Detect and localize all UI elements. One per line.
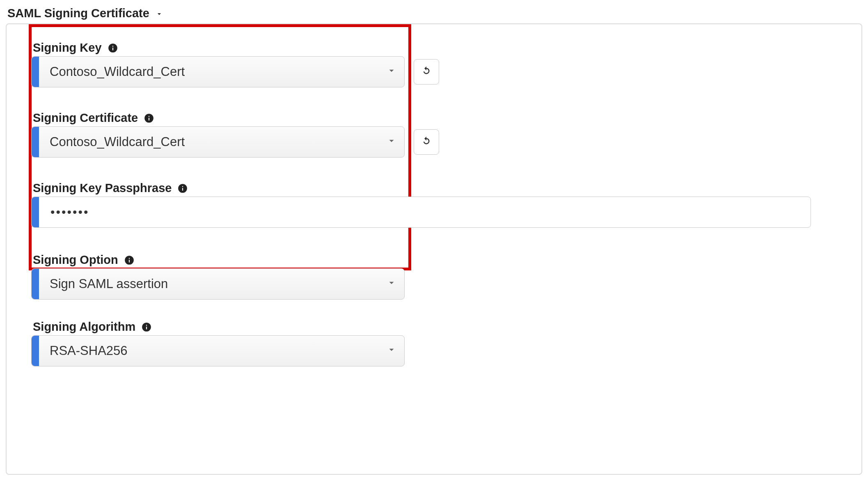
info-icon[interactable] (108, 43, 118, 53)
chevron-down-icon (386, 343, 397, 358)
chevron-down-icon (386, 64, 397, 79)
signing-key-value: Contoso_Wildcard_Cert (50, 64, 381, 79)
signing-certificate-select[interactable]: Contoso_Wildcard_Cert (31, 126, 405, 158)
refresh-icon (420, 65, 433, 79)
signing-certificate-refresh-button[interactable] (414, 129, 439, 155)
signing-key-label: Signing Key (33, 41, 102, 55)
signing-algorithm-select[interactable]: RSA-SHA256 (31, 335, 405, 366)
signing-certificate-label-row: Signing Certificate (33, 111, 837, 125)
signing-certificate-value: Contoso_Wildcard_Cert (50, 135, 381, 149)
signing-algorithm-label-row: Signing Algorithm (33, 320, 837, 334)
signing-key-passphrase-field (31, 197, 811, 228)
signing-key-passphrase-label: Signing Key Passphrase (33, 181, 172, 195)
required-indicator (32, 57, 39, 87)
panel-title-toggle[interactable]: SAML Signing Certificate (6, 4, 862, 23)
signing-option-value: Sign SAML assertion (50, 277, 381, 291)
signing-option-select[interactable]: Sign SAML assertion (31, 268, 405, 300)
signing-option-label: Signing Option (33, 253, 118, 267)
required-indicator (32, 269, 39, 299)
info-icon[interactable] (141, 322, 152, 332)
chevron-down-icon (386, 277, 397, 291)
signing-key-refresh-button[interactable] (414, 59, 439, 85)
signing-certificate-label: Signing Certificate (33, 111, 138, 125)
signing-algorithm-value: RSA-SHA256 (50, 343, 381, 358)
info-icon[interactable] (124, 255, 135, 266)
info-icon[interactable] (144, 113, 154, 124)
signing-algorithm-label: Signing Algorithm (33, 320, 135, 334)
required-indicator (32, 127, 39, 157)
chevron-down-icon (155, 7, 163, 21)
panel-frame: Signing Key Contoso_Wildcard_Cert (6, 23, 862, 475)
required-indicator (32, 336, 39, 366)
refresh-icon (420, 135, 433, 149)
signing-key-passphrase-label-row: Signing Key Passphrase (33, 181, 837, 195)
signing-key-passphrase-input[interactable] (50, 205, 802, 220)
panel-title-text: SAML Signing Certificate (7, 7, 149, 20)
required-indicator (32, 197, 39, 227)
chevron-down-icon (386, 135, 397, 149)
info-icon[interactable] (177, 183, 188, 194)
signing-option-label-row: Signing Option (33, 253, 837, 267)
signing-key-select[interactable]: Contoso_Wildcard_Cert (31, 56, 405, 87)
signing-key-label-row: Signing Key (33, 41, 837, 55)
